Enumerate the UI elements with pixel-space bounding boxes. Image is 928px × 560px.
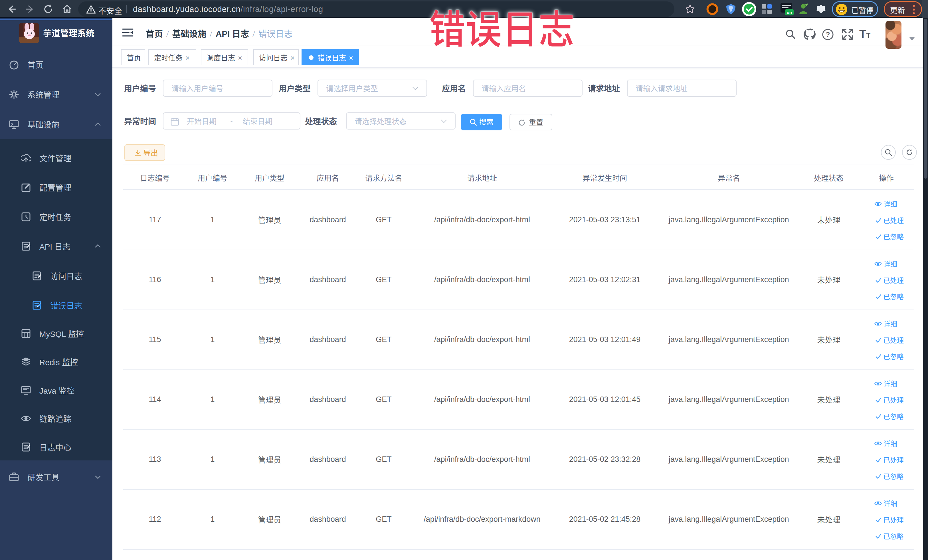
svg-text:on: on xyxy=(787,10,792,15)
svg-text:?: ? xyxy=(826,31,830,38)
